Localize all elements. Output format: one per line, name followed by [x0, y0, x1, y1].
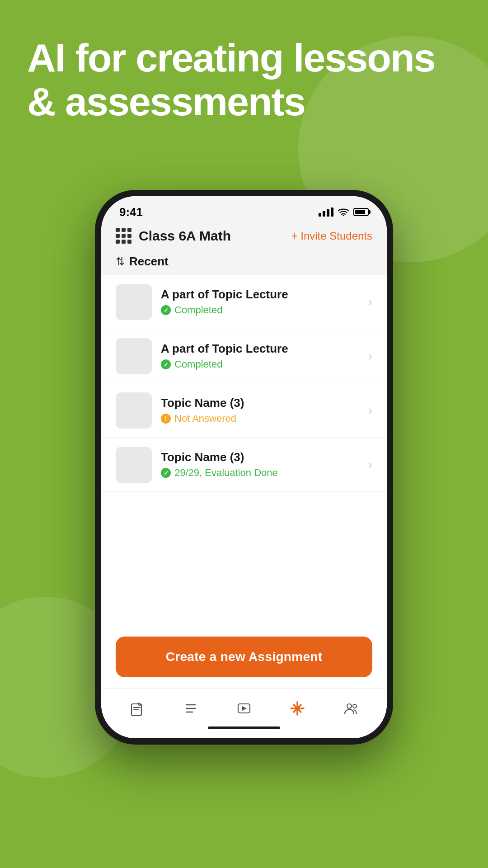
status-text: Completed [174, 359, 222, 370]
item-thumbnail [116, 338, 152, 374]
item-title: Topic Name (3) [161, 450, 359, 464]
item-title: A part of Topic Lecture [161, 288, 359, 302]
item-status: Completed [161, 359, 359, 370]
phone-mockup: 9:41 [95, 190, 393, 745]
nav-item-edit[interactable] [118, 695, 156, 722]
home-bar [208, 726, 280, 729]
hero-text: AI for creating lessons & assessments [27, 36, 461, 124]
item-status: 29/29, Evaluation Done [161, 467, 359, 479]
video-icon [234, 698, 254, 718]
chevron-right-icon: › [368, 349, 372, 363]
phone-screen: 9:41 [101, 196, 387, 738]
completed-icon [161, 359, 171, 369]
create-button-area: Create a new Assignment [101, 627, 387, 688]
status-bar: 9:41 [101, 196, 387, 223]
nav-item-users[interactable] [332, 695, 370, 722]
recent-label: Recent [129, 255, 169, 269]
item-title: A part of Topic Lecture [161, 342, 359, 356]
header-left: Class 6A Math [116, 228, 231, 244]
item-content: A part of Topic Lecture Completed [161, 342, 359, 370]
chevron-right-icon: › [368, 458, 372, 472]
content-area: A part of Topic Lecture Completed › A pa… [101, 275, 387, 738]
chevron-right-icon: › [368, 295, 372, 309]
list-item[interactable]: Topic Name (3) 29/29, Evaluation Done › [101, 438, 387, 492]
bottom-nav [101, 688, 387, 722]
item-content: Topic Name (3) Not Answered [161, 396, 359, 425]
sort-icon[interactable]: ⇅ [116, 255, 125, 268]
edit-icon [127, 698, 147, 718]
item-content: A part of Topic Lecture Completed [161, 288, 359, 316]
home-indicator [101, 722, 387, 738]
item-title: Topic Name (3) [161, 396, 359, 410]
list-item[interactable]: A part of Topic Lecture Completed › [101, 329, 387, 383]
signal-icon [319, 208, 333, 217]
svg-point-4 [353, 704, 357, 708]
grid-icon[interactable] [116, 228, 131, 244]
list-item[interactable]: Topic Name (3) Not Answered › [101, 383, 387, 438]
completed-icon [161, 305, 171, 315]
nav-item-video[interactable] [225, 695, 263, 722]
item-thumbnail [116, 284, 152, 320]
item-content: Topic Name (3) 29/29, Evaluation Done [161, 450, 359, 479]
nav-item-plus[interactable] [278, 695, 316, 722]
status-text: 29/29, Evaluation Done [174, 467, 278, 479]
status-icons [319, 208, 369, 217]
phone-outer: 9:41 [95, 190, 393, 745]
status-text: Completed [174, 304, 222, 316]
status-text: Not Answered [174, 413, 236, 425]
svg-point-0 [343, 215, 344, 217]
recent-row: ⇅ Recent [101, 251, 387, 275]
completed-icon [161, 468, 171, 478]
plus-cross-icon [287, 698, 307, 718]
users-icon [341, 698, 361, 718]
nav-item-list[interactable] [172, 695, 210, 722]
list-item[interactable]: A part of Topic Lecture Completed › [101, 275, 387, 329]
list-icon [181, 698, 201, 718]
item-thumbnail [116, 392, 152, 429]
content-spacer [101, 492, 387, 627]
item-thumbnail [116, 447, 152, 483]
status-time: 9:41 [119, 205, 143, 219]
wifi-icon [338, 208, 349, 216]
invite-students-button[interactable]: + Invite Students [291, 230, 372, 242]
app-header: Class 6A Math + Invite Students [101, 223, 387, 251]
chevron-right-icon: › [368, 403, 372, 418]
battery-icon [353, 208, 369, 216]
create-assignment-button[interactable]: Create a new Assignment [116, 637, 372, 677]
warning-icon [161, 414, 171, 424]
item-status: Completed [161, 304, 359, 316]
item-status: Not Answered [161, 413, 359, 425]
class-title: Class 6A Math [139, 228, 231, 244]
svg-point-3 [347, 704, 352, 708]
